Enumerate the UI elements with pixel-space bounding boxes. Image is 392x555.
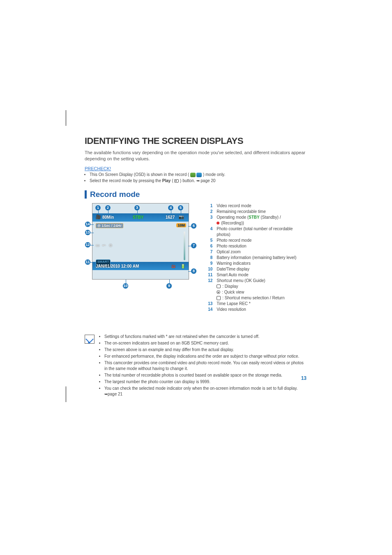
note-icon [85,335,95,344]
play-label: Play [162,178,171,183]
callout-10: 10 [122,283,129,289]
page-title: IDENTIFYING THE SCREEN DISPLAYS [85,136,307,146]
display-icon: ▭ [96,243,99,247]
legend-sub: : Shortcut menu selection / Return [222,295,284,301]
video-photo-mode-icons [190,173,202,177]
photo-counter: 1627 [166,215,175,220]
legend-label: Time Lapse REC * [217,301,307,307]
precheck-item-1a: This On Screen Display (OSD) is shown in… [90,172,189,177]
return-icon: ⤺ [102,243,106,247]
callout-12: 12 [85,242,91,248]
legend-num: 9 [205,261,212,266]
callout-6: 6 [191,223,197,229]
photo-resolution-badge: 10M [176,223,186,227]
quickview-glyph-icon [217,290,220,294]
page-ref-arrow-icon: ➥ [196,178,200,183]
callout-5: 5 [178,205,184,211]
osd-diagram: 🎥 80Min STBY 1627 📷 ⏱ 1Sec / 24Hr 10M ▭ … [85,203,196,280]
datetime-display: JAN/01/2010 12:00 AM [96,264,139,268]
precheck-heading: PRECHECK! [85,166,307,171]
notes-block: Settings of functions marked with * are … [85,334,307,398]
legend-num: 4 [205,226,212,238]
recording-dot-icon [217,222,219,224]
legend-label: Photo resolution [217,243,307,249]
callout-8: 8 [191,268,197,274]
legend-label: Shortcut menu (OK Guide) [217,278,307,284]
precheck-item-2a: Select the record mode by pressing the [90,178,162,183]
page-number: 13 [301,374,307,382]
legend-label: Video resolution [217,307,307,312]
precheck-list: This On Screen Display (OSD) is shown in… [85,172,307,184]
callout-3: 3 [134,205,140,211]
note-item: You can check the selected mode indicato… [104,386,307,397]
legend-num: 6 [205,243,212,249]
legend-label: Smart Auto mode [217,272,307,278]
legend-label: Optical zoom [217,249,307,255]
legend-label: Operating mode (STBY (Standby) / [217,215,307,220]
section-heading: Record mode [85,190,307,199]
callout-2: 2 [105,205,111,211]
note-item: The total number of recordable photos is… [104,372,307,378]
note-item: For enhanced performance, the display in… [104,354,307,359]
legend-num: 10 [205,266,212,272]
page-ref-arrow-icon: ➥ [104,392,108,396]
quickview-icon: ⊙ [109,243,112,247]
callout-4: 4 [168,205,174,211]
return-glyph-icon [217,296,221,300]
note-item: This camcorder provides one combined vid… [104,360,307,372]
legend-num: 1 [205,203,212,209]
legend-num: 2 [205,209,212,215]
legend-label: Video record mode [217,203,307,209]
intro-text: The available functions vary depending o… [85,150,307,162]
legend-num: 8 [205,255,212,261]
note-item: The on-screen indicators are based on an… [104,340,307,346]
photo-mode-icon [196,173,202,177]
display-glyph-icon [217,284,221,288]
precheck-item-2c: ) button. [180,178,196,183]
callout-13: 13 [85,229,91,236]
section-title: Record mode [90,190,140,199]
timelapse-badge: ⏱ 1Sec / 24Hr [96,223,123,228]
legend-sub: (Recording)) [221,220,244,226]
battery-icon: 🔋 [180,264,185,268]
video-mode-icon [190,173,196,177]
legend-sub: : Display [222,284,238,289]
legend-num: 13 [205,301,212,307]
legend-num: 14 [205,307,212,312]
legend-num: 3 [205,215,212,220]
note-item: The screen above is an example and may d… [104,347,307,353]
zoom-bar [184,231,185,260]
legend-label: Warning indicators [217,261,307,266]
stby-indicator: STBY [133,215,144,220]
callout-7: 7 [191,243,197,249]
page-content: IDENTIFYING THE SCREEN DISPLAYS The avai… [85,136,307,398]
callout-11: 11 [85,259,91,265]
video-rec-icon: 🎥 [96,215,101,219]
legend-label: Photo record mode [217,238,307,243]
notes-list: Settings of functions marked with * are … [99,334,307,398]
callout-1: 1 [95,205,101,211]
note-item: Settings of functions marked with * are … [104,334,307,340]
legend-label: Photo counter (total number of recordabl… [217,226,307,238]
page-ref-20: page 20 [201,178,215,183]
legend-label: Remaining recordable time [217,209,307,215]
note-item: The largest number the photo counter can… [104,379,307,385]
legend-num: 7 [205,249,212,255]
legend-num: 12 [205,278,212,284]
callout-9: 9 [166,283,172,289]
legend-list: 1Video record mode 2Remaining recordable… [205,203,307,312]
precheck-item-2b: ( [172,178,173,183]
warning-indicator-icon: 🗂 [171,264,175,268]
legend-sub: : Quick view [222,289,244,295]
legend-label: Battery information (remaining battery l… [217,255,307,261]
legend-num: 11 [205,272,212,278]
osd-screen: 🎥 80Min STBY 1627 📷 ⏱ 1Sec / 24Hr 10M ▭ … [92,203,189,280]
remaining-time: 80Min [102,215,114,220]
callout-14: 14 [85,221,91,227]
precheck-item-1b: ) mode only. [203,172,225,177]
legend-label: Date/Time display [217,266,307,272]
play-icon [174,179,179,183]
photo-mode-icon-osd: 📷 [179,215,184,219]
legend-num: 5 [205,238,212,243]
section-bar-icon [85,190,87,199]
